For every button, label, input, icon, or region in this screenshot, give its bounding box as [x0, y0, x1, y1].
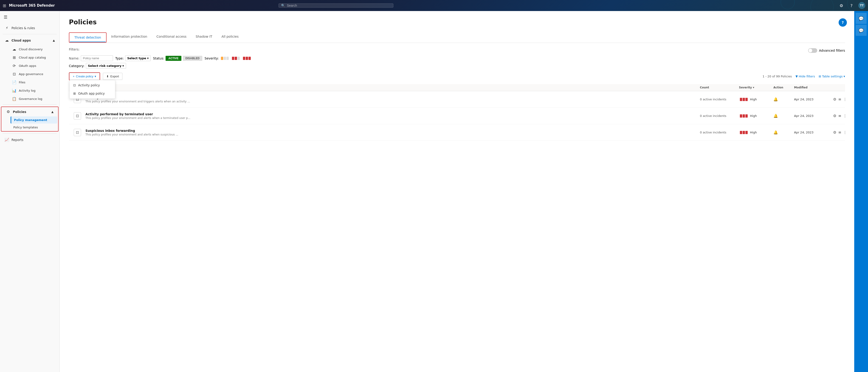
- right-sidebar: 💬 💬: [854, 11, 868, 372]
- sidebar-item-app-governance[interactable]: ⊡ App governance: [9, 70, 59, 78]
- table-row: ⊡ Activity This policy profiles your env…: [69, 91, 845, 108]
- oauth-app-policy-icon: ⊞: [73, 92, 76, 95]
- topbar-icons: ⚙ ? TT: [838, 2, 865, 9]
- sidebar-item-governance-log[interactable]: 📋 Governance log: [9, 95, 59, 103]
- row-count-2: 0 active incidents: [700, 114, 737, 118]
- advanced-filters-toggle[interactable]: Advanced filters: [808, 48, 845, 53]
- sidebar-policies-header[interactable]: ⚙ Policies ▲: [2, 107, 57, 116]
- filters-section: Filters: Advanced filters Name: Type:: [69, 48, 845, 69]
- row-icon-2: ⊡: [72, 112, 83, 120]
- dropdown-oauth-app-policy[interactable]: ⊞ OAuth app policy: [69, 89, 115, 98]
- row-settings-icon-3[interactable]: ⚙: [833, 130, 836, 134]
- sidebar-item-cloud-discovery[interactable]: ☁ Cloud discovery: [9, 45, 59, 53]
- tab-all-policies[interactable]: All policies: [217, 32, 243, 43]
- toggle-switch[interactable]: [808, 48, 817, 53]
- content-area: Policies ? Threat detection Information …: [60, 11, 854, 372]
- tab-shadow-it[interactable]: Shadow IT: [191, 32, 217, 43]
- row-more-icon-2[interactable]: ⋮: [843, 114, 847, 118]
- reports-icon: 📈: [5, 137, 9, 142]
- sidebar-item-files[interactable]: 📄 Files: [9, 78, 59, 86]
- sidebar-item-policy-templates[interactable]: Policy templates: [10, 124, 57, 131]
- divider2: [3, 104, 57, 105]
- row-list-icon-2[interactable]: ≡: [838, 114, 841, 118]
- severity-indicator-1: [739, 97, 749, 102]
- row-name-1: Activity This policy profiles your envir…: [86, 96, 698, 103]
- row-modified-2: Apr 24, 2023: [794, 114, 831, 118]
- severity-high[interactable]: [242, 56, 252, 61]
- help-button[interactable]: ?: [839, 19, 847, 27]
- severity-medium[interactable]: [231, 56, 241, 61]
- chevron-down-icon4: ▾: [843, 74, 845, 78]
- table-settings-link[interactable]: ⊞ Table settings ▾: [818, 74, 845, 78]
- row-severity-3: High: [739, 130, 771, 135]
- dropdown-activity-policy[interactable]: ⊡ Activity policy: [69, 81, 115, 89]
- export-icon: ⬇: [106, 74, 109, 78]
- grid-icon[interactable]: ⊞: [3, 3, 6, 8]
- row-settings-icon-1[interactable]: ⚙: [833, 97, 836, 101]
- row-count-1: 0 active incidents: [700, 98, 737, 101]
- row-more-icon-1[interactable]: ⋮: [843, 97, 847, 101]
- status-active-btn[interactable]: ACTIVE: [165, 56, 181, 61]
- severity-indicator-3: [739, 130, 749, 135]
- row-list-icon-1[interactable]: ≡: [838, 97, 841, 101]
- search-icon: 🔍: [281, 4, 285, 7]
- export-button[interactable]: ⬇ Export: [103, 73, 122, 80]
- help-icon[interactable]: ?: [848, 2, 855, 9]
- search-bar[interactable]: 🔍: [279, 3, 393, 7]
- severity-low[interactable]: [220, 56, 229, 61]
- sidebar-item-reports[interactable]: 📈 Reports: [1, 135, 59, 144]
- row-severity-2: High: [739, 114, 771, 119]
- filter-status: Status: ACTIVE DISABLED: [153, 56, 202, 61]
- hide-filters-link[interactable]: ▼ Hide filters: [796, 74, 815, 78]
- chevron-up-icon: ▲: [53, 39, 55, 42]
- sidebar-item-activity-log[interactable]: 📊 Activity log: [9, 87, 59, 95]
- col-severity-header[interactable]: Severity ▾: [739, 86, 771, 89]
- row-action-2: 🔔: [773, 114, 792, 118]
- chat-button[interactable]: 💬: [856, 13, 867, 24]
- search-input[interactable]: [287, 4, 391, 7]
- advanced-filters-label: Advanced filters: [819, 49, 845, 52]
- divider: [3, 34, 57, 34]
- chat-button-2[interactable]: 💬: [856, 25, 867, 36]
- table-header: Name Count Severity ▾ Action Modified: [69, 84, 845, 91]
- sidebar-item-policy-management[interactable]: Policy management: [10, 117, 57, 124]
- chevron-down-icon3: ▾: [95, 74, 96, 78]
- dropdown-menu: ⊡ Activity policy ⊞ OAuth app policy: [69, 80, 115, 99]
- settings-icon[interactable]: ⚙: [838, 2, 844, 9]
- filter-name: Name:: [69, 55, 113, 61]
- cloud-discovery-icon: ☁: [12, 47, 17, 52]
- status-disabled-btn[interactable]: DISABLED: [183, 56, 202, 61]
- tab-information-protection[interactable]: Information protection: [106, 32, 152, 43]
- filters-row-3: Category: Select risk category ▾: [69, 63, 845, 69]
- sidebar-item-policies-rules[interactable]: ⚡ Policies & rules: [1, 24, 59, 32]
- sidebar: ☰ ⚡ Policies & rules ☁ Cloud apps ▲ ☁ Cl…: [0, 11, 60, 372]
- sidebar-cloud-apps-header[interactable]: ☁ Cloud apps ▲: [1, 36, 59, 45]
- policies-sub: Policy management Policy templates: [1, 117, 58, 131]
- type-select[interactable]: Select type ▾: [125, 55, 151, 61]
- severity-label: Severity:: [205, 57, 219, 60]
- sidebar-item-cloud-app-catalog[interactable]: ⊞ Cloud app catalog: [9, 54, 59, 62]
- row-name-2: Activity performed by terminated user Th…: [86, 112, 698, 120]
- chevron-down-icon: ▾: [147, 57, 149, 60]
- row-more-icon-3[interactable]: ⋮: [843, 130, 847, 134]
- category-label: Category:: [69, 64, 85, 68]
- filter-name-input[interactable]: [81, 55, 113, 61]
- tab-threat-detection[interactable]: Threat detection: [70, 33, 105, 42]
- col-modified-header: Modified: [794, 86, 831, 89]
- create-policy-button[interactable]: + Create policy ▾: [69, 73, 100, 80]
- activity-log-icon: 📊: [12, 88, 17, 93]
- severity-indicator-2: [739, 114, 749, 119]
- filter-type: Type: Select type ▾: [115, 55, 151, 61]
- sidebar-item-oauth-apps[interactable]: ⟳ OAuth apps: [9, 62, 59, 70]
- table-row: ⊡ Activity performed by terminated user …: [69, 108, 845, 124]
- row-list-icon-3[interactable]: ≡: [838, 130, 841, 134]
- files-icon: 📄: [12, 80, 17, 85]
- topbar: ⊞ Microsoft 365 Defender 🔍 ⚙ ? TT: [0, 0, 868, 11]
- row-actions-2: ⚙ ≡ ⋮: [833, 114, 842, 118]
- hamburger-icon[interactable]: ☰: [0, 11, 60, 23]
- row-settings-icon-2[interactable]: ⚙: [833, 114, 836, 118]
- avatar[interactable]: TT: [858, 2, 865, 9]
- tab-conditional-access[interactable]: Conditional access: [152, 32, 191, 43]
- status-label: Status:: [153, 57, 164, 60]
- category-select[interactable]: Select risk category ▾: [86, 63, 126, 69]
